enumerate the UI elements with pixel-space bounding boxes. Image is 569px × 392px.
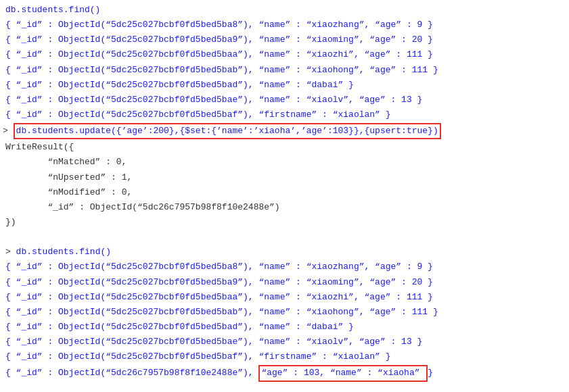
- result-text: { “_id” : ObjectId(“5dc25c027bcbf0fd5bed…: [5, 93, 422, 107]
- line-7: { “_id” : ObjectId(“5dc25c027bcbf0fd5bed…: [0, 93, 569, 107]
- write-result-nupserted: “nUpserted” : 1,: [0, 170, 569, 185]
- write-result-id: “_id” : ObjectId(“5dc26c7957b98f8f10e248…: [0, 200, 569, 215]
- write-result-nmatched: “nMatched” : 0,: [0, 155, 569, 170]
- find2-line2: { “_id” : ObjectId(“5dc25c027bcbf0fd5bed…: [0, 275, 569, 290]
- write-result-end: }): [5, 216, 16, 229]
- result-text: { “_id” : ObjectId(“5dc25c027bcbf0fd5bed…: [5, 64, 438, 77]
- result-suffix: }: [428, 366, 433, 380]
- result-text: { “_id” : ObjectId(“5dc25c027bcbf0fd5bed…: [5, 291, 433, 304]
- find2-command: > db.students.find(): [0, 245, 569, 260]
- write-result-open: WriteResult({: [0, 140, 569, 155]
- write-result-text: WriteResult({: [5, 141, 74, 154]
- line-6: { “_id” : ObjectId(“5dc25c027bcbf0fd5bed…: [0, 78, 569, 93]
- result-text: { “_id” : ObjectId(“5dc25c027bcbf0fd5bed…: [5, 108, 391, 122]
- write-result-nmodified: “nModified” : 0,: [0, 185, 569, 200]
- update-command: db.students.update({’age’:200},{$set:{’n…: [14, 123, 441, 139]
- blank-line: [0, 230, 569, 245]
- line-4: { “_id” : ObjectId(“5dc25c027bcbf0fd5bed…: [0, 47, 569, 62]
- find2-line7: { “_id” : ObjectId(“5dc25c027bcbf0fd5bed…: [0, 349, 569, 364]
- line-1: db.students.find(): [0, 3, 569, 18]
- update-command-line: > db.students.update({’age’:200},{$set:{…: [0, 122, 569, 140]
- result-text: { “_id” : ObjectId(“5dc25c027bcbf0fd5bed…: [5, 305, 438, 319]
- find2-line1: { “_id” : ObjectId(“5dc25c027bcbf0fd5bed…: [0, 260, 569, 274]
- line-5: { “_id” : ObjectId(“5dc25c027bcbf0fd5bed…: [0, 63, 569, 78]
- write-result-field: “nUpserted” : 1,: [5, 171, 132, 185]
- line-3: { “_id” : ObjectId(“5dc25c027bcbf0fd5bed…: [0, 32, 569, 47]
- find2-line5: { “_id” : ObjectId(“5dc25c027bcbf0fd5bed…: [0, 320, 569, 335]
- prompt: >: [3, 124, 14, 138]
- result-text: { “_id” : ObjectId(“5dc25c027bcbf0fd5bed…: [5, 350, 391, 364]
- result-text: { “_id” : ObjectId(“5dc25c027bcbf0fd5bed…: [5, 78, 354, 92]
- result-text: { “_id” : ObjectId(“5dc25c027bcbf0fd5bed…: [5, 18, 433, 32]
- find2-line3: { “_id” : ObjectId(“5dc25c027bcbf0fd5bed…: [0, 290, 569, 305]
- line-2: { “_id” : ObjectId(“5dc25c027bcbf0fd5bed…: [0, 18, 569, 32]
- write-result-field: “nMatched” : 0,: [5, 155, 127, 169]
- line-8: { “_id” : ObjectId(“5dc25c027bcbf0fd5bed…: [0, 107, 569, 122]
- result-prefix: { “_id” : ObjectId(“5dc26c7957b98f8f10e2…: [5, 366, 258, 380]
- terminal: db.students.find() { “_id” : ObjectId(“5…: [0, 0, 569, 392]
- write-result-close: }): [0, 215, 569, 230]
- result-text: { “_id” : ObjectId(“5dc25c027bcbf0fd5bed…: [5, 48, 433, 62]
- find2-line4: { “_id” : ObjectId(“5dc25c027bcbf0fd5bed…: [0, 305, 569, 320]
- result-text: { “_id” : ObjectId(“5dc25c027bcbf0fd5bed…: [5, 320, 354, 334]
- code-text: db.students.find(): [5, 3, 100, 17]
- result-text: { “_id” : ObjectId(“5dc25c027bcbf0fd5bed…: [5, 276, 433, 289]
- write-result-field: “_id” : ObjectId(“5dc26c7957b98f8f10e248…: [5, 201, 280, 214]
- find2-last-line: { “_id” : ObjectId(“5dc26c7957b98f8f10e2…: [0, 364, 569, 382]
- find2-code: db.students.find(): [16, 245, 111, 259]
- find2-line6: { “_id” : ObjectId(“5dc25c027bcbf0fd5bed…: [0, 335, 569, 349]
- result-text: { “_id” : ObjectId(“5dc25c027bcbf0fd5bed…: [5, 260, 433, 274]
- result-text: { “_id” : ObjectId(“5dc25c027bcbf0fd5bed…: [5, 33, 433, 47]
- result-text: { “_id” : ObjectId(“5dc25c027bcbf0fd5bed…: [5, 335, 422, 349]
- prompt2: >: [5, 245, 16, 259]
- result-highlight: “age” : 103, “name” : “xiaoha”: [258, 365, 428, 381]
- write-result-field: “nModified” : 0,: [5, 186, 132, 199]
